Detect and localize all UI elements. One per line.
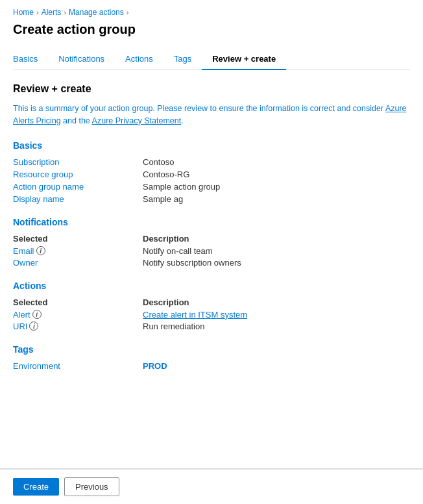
tab-actions[interactable]: Actions xyxy=(115,49,163,70)
action-uri-selected: URI i xyxy=(13,321,143,331)
breadcrumb-manage-actions[interactable]: Manage actions xyxy=(69,8,124,17)
actions-table-header: Selected Description xyxy=(13,297,410,307)
notification-row-owner: Owner Notify subscription owners xyxy=(13,258,410,268)
tab-tags[interactable]: Tags xyxy=(163,49,202,70)
tags-header: Tags xyxy=(13,344,410,355)
value-action-group-name: Sample action group xyxy=(143,182,220,192)
notifications-col-selected-header: Selected xyxy=(13,234,143,244)
breadcrumb: Home › Alerts › Manage actions › xyxy=(13,8,410,17)
tags-section: Tags Environment PROD xyxy=(13,344,410,371)
notifications-section: Notifications Selected Description Email… xyxy=(13,217,410,268)
notifications-table-header: Selected Description xyxy=(13,234,410,244)
actions-col-description-header: Description xyxy=(143,297,189,307)
notification-owner-description: Notify subscription owners xyxy=(143,258,241,268)
email-info-icon[interactable]: i xyxy=(36,246,45,255)
breadcrumb-home[interactable]: Home xyxy=(13,8,34,17)
value-resource-group: Contoso-RG xyxy=(143,170,189,179)
action-alert-selected: Alert i xyxy=(13,310,143,320)
uri-info-icon[interactable]: i xyxy=(29,321,38,331)
breadcrumb-sep-1: › xyxy=(36,8,39,16)
field-environment: Environment PROD xyxy=(13,361,410,371)
action-row-uri: URI i Run remediation xyxy=(13,321,410,331)
label-subscription: Subscription xyxy=(13,157,143,167)
value-subscription: Contoso xyxy=(143,157,174,167)
actions-header: Actions xyxy=(13,281,410,291)
label-environment: Environment xyxy=(13,361,143,371)
action-row-alert: Alert i Create alert in ITSM system xyxy=(13,310,410,320)
actions-section: Actions Selected Description Alert i Cre… xyxy=(13,281,410,331)
tabs-container: Basics Notifications Actions Tags Review… xyxy=(13,49,410,70)
actions-col-selected-header: Selected xyxy=(13,297,143,307)
info-text: This is a summary of your action group. … xyxy=(13,103,410,127)
tab-review-create[interactable]: Review + create xyxy=(202,49,286,70)
tab-notifications[interactable]: Notifications xyxy=(48,49,115,70)
field-display-name: Display name Sample ag xyxy=(13,194,410,204)
breadcrumb-alerts[interactable]: Alerts xyxy=(42,8,62,17)
footer: Create Previous xyxy=(0,469,423,504)
info-text-part1: This is a summary of your action group. … xyxy=(13,104,385,113)
create-button[interactable]: Create xyxy=(13,478,59,496)
value-display-name: Sample ag xyxy=(143,194,183,204)
field-action-group-name: Action group name Sample action group xyxy=(13,182,410,192)
info-text-part2: and the xyxy=(61,116,92,125)
basics-section: Basics Subscription Contoso Resource gro… xyxy=(13,140,410,204)
label-resource-group: Resource group xyxy=(13,170,143,179)
notification-email-selected: Email i xyxy=(13,246,143,256)
notification-owner-selected: Owner xyxy=(13,258,143,268)
breadcrumb-sep-2: › xyxy=(64,8,66,16)
notifications-header: Notifications xyxy=(13,217,410,227)
value-environment: PROD xyxy=(143,361,167,371)
info-text-part3: . xyxy=(181,116,183,125)
page-title: Create action group xyxy=(13,22,410,37)
label-action-group-name: Action group name xyxy=(13,182,143,192)
action-uri-description: Run remediation xyxy=(143,321,204,331)
notification-email-description: Notify on-call team xyxy=(143,246,213,256)
notifications-col-description-header: Description xyxy=(143,234,189,244)
previous-button[interactable]: Previous xyxy=(64,477,119,496)
field-subscription: Subscription Contoso xyxy=(13,157,410,167)
tab-basics[interactable]: Basics xyxy=(13,49,48,70)
alert-info-icon[interactable]: i xyxy=(32,310,42,319)
azure-privacy-link[interactable]: Azure Privacy Statement xyxy=(92,116,182,125)
review-create-heading: Review + create xyxy=(13,83,410,95)
label-display-name: Display name xyxy=(13,194,143,204)
field-resource-group: Resource group Contoso-RG xyxy=(13,170,410,179)
notification-row-email: Email i Notify on-call team xyxy=(13,246,410,256)
basics-header: Basics xyxy=(13,140,410,151)
action-alert-description[interactable]: Create alert in ITSM system xyxy=(143,310,247,320)
breadcrumb-sep-3: › xyxy=(127,8,129,16)
